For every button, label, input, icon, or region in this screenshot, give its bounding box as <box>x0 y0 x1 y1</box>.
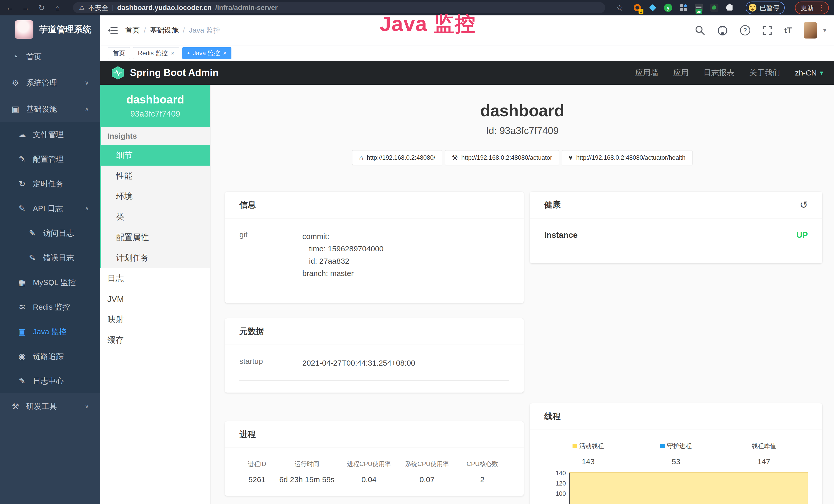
sba-item-caches[interactable]: 缓存 <box>100 330 211 350</box>
fullscreen-icon[interactable] <box>762 25 772 36</box>
sidebar-collapse-icon[interactable] <box>108 26 118 35</box>
sba-item-scheduled-tasks[interactable]: 计划任务 <box>100 248 211 268</box>
sidebar-item-mysql-monitor[interactable]: ▦ MySQL 监控 <box>0 270 100 295</box>
user-menu-caret-icon[interactable]: ▾ <box>823 27 826 34</box>
process-card: 进程 进程ID 运行时间 进程CPU使用率 系统CPU使用率 CPU核心数 <box>225 421 524 496</box>
sba-nav-wallboard[interactable]: 应用墙 <box>635 68 658 78</box>
metadata-startup-value: 2021-04-27T00:44:31.254+08:00 <box>302 357 415 369</box>
chevron-up-icon: ∧ <box>85 205 89 212</box>
sba-item-classes[interactable]: 类 <box>100 207 211 227</box>
browser-back-icon[interactable]: ← <box>5 3 14 12</box>
tab-home[interactable]: 首页 <box>108 47 130 59</box>
extension-orange-ring-icon[interactable]: 1 <box>633 3 642 12</box>
brand-logo-avatar <box>15 20 34 39</box>
bookmark-star-icon[interactable]: ☆ <box>616 3 623 13</box>
sidebar-item-error-log[interactable]: ✎ 错误日志 <box>0 246 100 270</box>
sidebar-item-system-management[interactable]: ⚙ 系统管理 ∨ <box>0 70 100 96</box>
sba-item-metrics[interactable]: 性能 <box>100 166 211 186</box>
info-card: 信息 git commit: time: 1596289704000 id: 2… <box>225 192 524 303</box>
sba-insights-group: 细节 性能 环境 类 配置属性 计划任务 <box>100 145 211 268</box>
sba-item-jvm[interactable]: JVM <box>100 289 211 310</box>
extension-green-y-icon[interactable]: y <box>663 3 673 12</box>
sba-item-mappings[interactable]: 映射 <box>100 310 211 330</box>
sba-app-header[interactable]: dashboard 93a3fc7f7409 <box>100 85 211 127</box>
breadcrumb-home[interactable]: 首页 <box>125 25 140 35</box>
breadcrumb-infrastructure[interactable]: 基础设施 <box>150 25 179 35</box>
sidebar-item-home[interactable]: ◔ 首页 <box>0 44 100 70</box>
handwritten-annotation: Java 监控 <box>380 10 476 38</box>
profile-paused-chip[interactable]: 已暂停 <box>746 2 785 14</box>
extension-list-on-icon[interactable]: on <box>694 3 704 12</box>
sba-item-details[interactable]: 细节 <box>100 145 211 166</box>
breadcrumb: 首页 / 基础设施 / Java 监控 <box>125 25 221 35</box>
github-icon[interactable] <box>717 25 728 36</box>
extension-puzzle-icon[interactable] <box>725 3 734 12</box>
sidebar-item-infrastructure[interactable]: ▣ 基础设施 ∧ <box>0 96 100 122</box>
sidebar-item-scheduled-tasks[interactable]: ↻ 定时任务 <box>0 171 100 196</box>
sba-logo-icon <box>111 66 125 80</box>
monitor-icon: ▣ <box>10 104 21 114</box>
url-path: /infra/admin-server <box>215 4 278 12</box>
user-avatar[interactable] <box>804 22 817 39</box>
heart-icon: ♥ <box>569 154 572 162</box>
sba-item-logs[interactable]: 日志 <box>100 268 211 289</box>
close-icon[interactable]: × <box>171 49 174 57</box>
sba-nav-applications[interactable]: 应用 <box>673 68 688 78</box>
address-bar[interactable]: ⚠ 不安全 | dashboard.yudao.iocoder.cn/infra… <box>73 2 605 13</box>
font-size-icon[interactable]: tT <box>784 26 792 35</box>
sba-brand[interactable]: Spring Boot Admin <box>111 66 219 80</box>
cloud-upload-icon: ☁ <box>17 130 28 139</box>
help-icon[interactable]: ? <box>740 25 750 36</box>
extension-blue-gem-icon[interactable] <box>648 3 657 12</box>
url-host: dashboard.yudao.iocoder.cn <box>117 4 212 12</box>
browser-forward-icon[interactable]: → <box>21 3 30 12</box>
browser-update-button[interactable]: 更新 ⋮ <box>795 2 829 14</box>
sidebar-item-config-management[interactable]: ✎ 配置管理 <box>0 147 100 171</box>
threads-legend-values: 143 53 147 <box>544 457 808 466</box>
browser-reload-icon[interactable]: ↻ <box>37 3 46 12</box>
security-label[interactable]: 不安全 <box>88 3 108 12</box>
close-icon[interactable]: × <box>223 49 226 57</box>
sidebar-item-file-management[interactable]: ☁ 文件管理 <box>0 122 100 147</box>
home-icon: ⌂ <box>359 154 363 162</box>
search-icon[interactable] <box>695 25 705 36</box>
sidebar-item-dev-tools[interactable]: ⚒ 研发工具 ∨ <box>0 393 100 419</box>
extension-grid-icon[interactable] <box>679 3 688 12</box>
sidebar-item-trace[interactable]: ◉ 链路追踪 <box>0 344 100 369</box>
security-warning-icon[interactable]: ⚠ <box>79 4 85 11</box>
browser-home-icon[interactable]: ⌂ <box>53 3 62 12</box>
tab-redis-monitor[interactable]: Redis 监控 × <box>133 47 179 59</box>
sba-nav-about[interactable]: 关于我们 <box>749 68 780 78</box>
sba-navbar: Spring Boot Admin 应用墙 应用 日志报表 关于我们 zh-CN… <box>100 61 834 85</box>
chevron-down-icon: ∨ <box>85 79 89 86</box>
health-instance-row[interactable]: Instance UP <box>544 230 808 251</box>
dashboard-icon: ◔ <box>10 52 21 62</box>
sidebar-item-log-center[interactable]: ✎ 日志中心 <box>0 369 100 393</box>
actuator-url-button[interactable]: ⚒ http://192.168.0.2:48080/actuator <box>445 150 559 165</box>
sidebar-item-access-log[interactable]: ✎ 访问日志 <box>0 221 100 246</box>
browser-menu-dots-icon[interactable]: ⋮ <box>818 4 825 12</box>
sba-section-insights: Insights <box>100 127 211 145</box>
breadcrumb-current: Java 监控 <box>189 25 221 35</box>
app-brand[interactable]: 芋道管理系统 <box>0 16 100 44</box>
process-card-title: 进程 <box>239 429 256 440</box>
sba-nav-journal[interactable]: 日志报表 <box>704 68 734 78</box>
sidebar-item-api-log[interactable]: ✎ API 日志 ∧ <box>0 196 100 221</box>
sba-locale-select[interactable]: zh-CN ▾ <box>795 69 823 77</box>
sba-item-config-props[interactable]: 配置属性 <box>100 227 211 248</box>
history-icon[interactable]: ↺ <box>799 199 808 210</box>
extension-picker-icon[interactable] <box>710 3 719 12</box>
sba-sidebar: dashboard 93a3fc7f7409 Insights 细节 性能 环境… <box>100 85 211 504</box>
sidebar-item-java-monitor[interactable]: ▣ Java 监控 <box>0 319 100 344</box>
process-table-header: 进程ID 运行时间 进程CPU使用率 系统CPU使用率 CPU核心数 <box>239 460 509 468</box>
instance-url-button[interactable]: ⌂ http://192.168.0.2:48080/ <box>352 150 442 165</box>
health-url-button[interactable]: ♥ http://192.168.0.2:48080/actuator/heal… <box>562 150 693 165</box>
extension-icons: 1 y on <box>633 3 734 12</box>
history-icon: ↻ <box>17 179 28 189</box>
sidebar-item-redis-monitor[interactable]: ≋ Redis 监控 <box>0 295 100 319</box>
daemon-threads-value: 53 <box>632 457 720 466</box>
tools-icon: ⚒ <box>10 402 21 411</box>
health-card-title: 健康 <box>544 199 561 210</box>
sba-item-environment[interactable]: 环境 <box>100 186 211 207</box>
tab-java-monitor[interactable]: ● Java 监控 × <box>182 47 232 59</box>
